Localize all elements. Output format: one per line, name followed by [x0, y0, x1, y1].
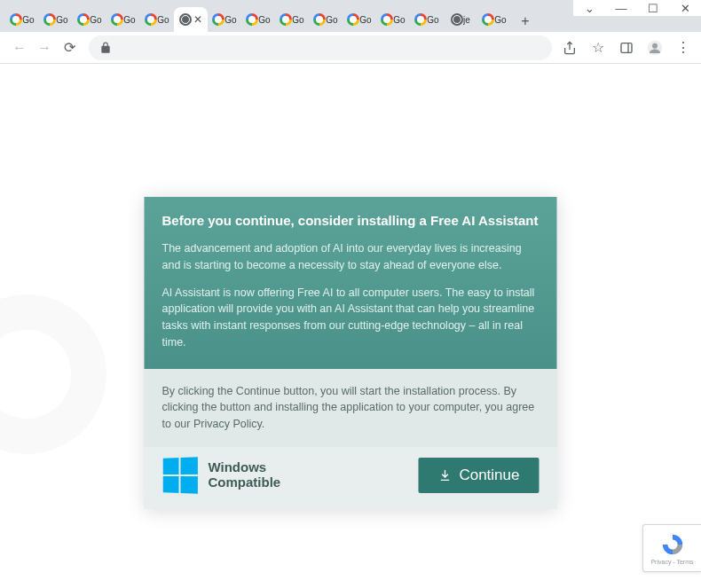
lock-icon	[99, 42, 112, 54]
google-favicon-icon	[43, 13, 56, 26]
svg-rect-0	[621, 43, 632, 52]
browser-tab[interactable]: Go	[343, 7, 376, 32]
google-favicon-icon	[145, 13, 157, 26]
modal-title: Before you continue, consider installing…	[162, 213, 540, 228]
tab-label: Go	[123, 15, 135, 25]
continue-button[interactable]: Continue	[418, 458, 539, 493]
menu-icon[interactable]: ⋮	[673, 37, 694, 59]
browser-tab[interactable]: Go	[309, 7, 343, 32]
tab-label: je	[463, 15, 470, 25]
tab-label: Go	[427, 15, 438, 25]
compatibility-badge: Windows Compatible	[162, 458, 281, 493]
google-favicon-icon	[111, 13, 123, 26]
page-content: risk.com Before you continue, consider i…	[0, 64, 701, 588]
modal-footer: Windows Compatible Continue	[145, 447, 557, 509]
tab-label: Go	[393, 15, 405, 25]
url-field[interactable]	[89, 35, 552, 60]
close-window-button[interactable]: ✕	[669, 0, 701, 16]
recaptcha-text: Privacy - Terms	[650, 559, 693, 565]
side-panel-icon[interactable]	[616, 37, 637, 59]
bookmark-icon[interactable]: ☆	[587, 37, 609, 59]
maximize-button[interactable]: ☐	[637, 0, 669, 16]
browser-tab[interactable]: Go	[73, 7, 106, 32]
google-favicon-icon	[482, 13, 494, 26]
download-icon	[437, 468, 452, 482]
browser-tab[interactable]: ✕	[174, 7, 208, 32]
tab-label: Go	[494, 15, 506, 25]
globe-favicon-icon	[179, 13, 192, 26]
compatibility-text: Windows Compatible	[209, 460, 281, 490]
new-tab-button[interactable]: +	[515, 11, 536, 32]
continue-button-label: Continue	[459, 466, 519, 484]
google-favicon-icon	[212, 13, 224, 26]
browser-tab[interactable]: Go	[241, 7, 275, 32]
recaptcha-badge[interactable]: Privacy - Terms	[642, 524, 701, 572]
tab-label: Go	[22, 15, 34, 25]
browser-tab[interactable]: Go	[477, 7, 511, 32]
browser-tab[interactable]: Go	[275, 7, 309, 32]
tab-label: Go	[224, 15, 236, 25]
address-bar: ← → ⟳ ☆ ⋮	[0, 32, 701, 64]
reload-button[interactable]: ⟳	[57, 35, 82, 60]
browser-tab[interactable]: je	[444, 7, 477, 32]
browser-tab[interactable]: Go	[106, 7, 140, 32]
modal-body: By clicking the Continue button, you wil…	[145, 369, 557, 447]
share-icon[interactable]	[559, 37, 580, 59]
google-favicon-icon	[381, 13, 393, 26]
tab-label: Go	[157, 15, 169, 25]
browser-tab[interactable]: Go	[376, 7, 410, 32]
profile-icon[interactable]	[644, 37, 666, 59]
google-favicon-icon	[313, 13, 326, 26]
browser-tab[interactable]: Go	[5, 7, 39, 32]
google-favicon-icon	[77, 13, 90, 26]
recaptcha-icon	[660, 532, 685, 557]
back-button[interactable]: ←	[7, 35, 32, 60]
modal-disclaimer: By clicking the Continue button, you wil…	[162, 383, 540, 433]
modal-header: Before you continue, consider installing…	[145, 197, 557, 369]
minimize-button[interactable]: —	[605, 0, 637, 16]
tab-label: Go	[90, 15, 101, 25]
window-caret-icon[interactable]: ⌄	[573, 0, 605, 16]
tab-label: Go	[359, 15, 371, 25]
google-favicon-icon	[280, 13, 292, 26]
tab-label: Go	[292, 15, 303, 25]
tab-label: Go	[56, 15, 67, 25]
browser-tab[interactable]: Go	[208, 7, 241, 32]
google-favicon-icon	[347, 13, 359, 26]
tab-label: Go	[258, 15, 270, 25]
browser-tab[interactable]: Go	[39, 7, 73, 32]
modal-paragraph-1: The advancement and adoption of AI into …	[162, 240, 540, 274]
forward-button[interactable]: →	[32, 35, 57, 60]
install-modal: Before you continue, consider installing…	[145, 197, 557, 509]
modal-paragraph-2: AI Assistant is now offering Free AI to …	[162, 285, 540, 351]
google-favicon-icon	[414, 13, 427, 26]
svg-point-3	[652, 43, 658, 48]
tab-close-icon[interactable]: ✕	[193, 13, 202, 26]
watermark-circle	[0, 294, 106, 454]
google-favicon-icon	[246, 13, 258, 26]
windows-logo-icon	[163, 457, 198, 494]
tab-label: Go	[326, 15, 337, 25]
browser-tab[interactable]: Go	[410, 7, 444, 32]
globe-favicon-icon	[451, 13, 463, 26]
browser-tab[interactable]: Go	[140, 7, 174, 32]
google-favicon-icon	[10, 13, 22, 26]
